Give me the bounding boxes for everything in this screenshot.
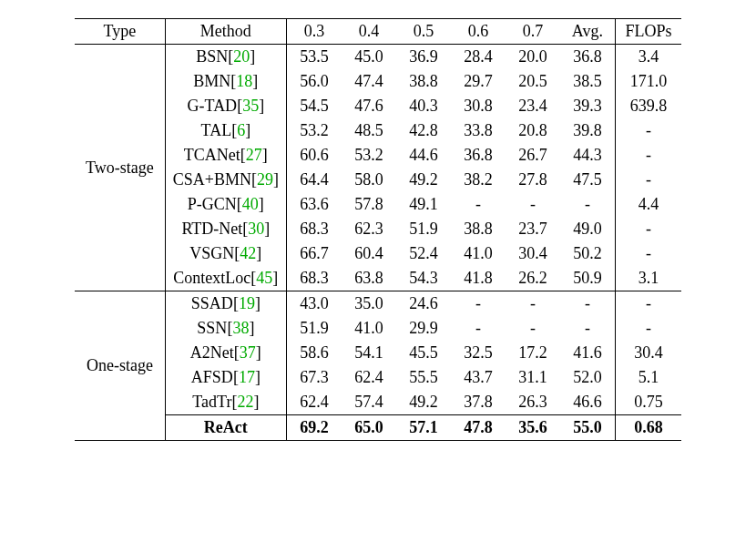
value-cell: - xyxy=(560,192,616,217)
value-cell: 63.6 xyxy=(286,192,342,217)
value-cell: 3.4 xyxy=(615,45,681,70)
citation[interactable]: 18 xyxy=(236,72,252,90)
citation[interactable]: 35 xyxy=(242,97,259,115)
value-cell: 50.2 xyxy=(560,241,616,266)
citation[interactable]: 42 xyxy=(240,244,256,262)
method-cell: SSAD[19] xyxy=(165,291,286,317)
value-cell: 26.2 xyxy=(506,266,560,291)
col-0-5: 0.5 xyxy=(396,19,451,45)
value-cell: 42.8 xyxy=(396,118,451,143)
citation[interactable]: 37 xyxy=(240,343,256,362)
value-cell: 57.4 xyxy=(342,390,396,415)
value-cell: - xyxy=(451,192,506,217)
citation[interactable]: 29 xyxy=(257,170,273,189)
method-name: P-GCN xyxy=(188,195,237,213)
value-cell: 27.8 xyxy=(506,168,560,192)
value-cell: 49.2 xyxy=(396,168,451,192)
method-cell: VSGN[42] xyxy=(165,241,286,266)
value-cell: 49.2 xyxy=(396,390,451,415)
value-cell: 38.5 xyxy=(560,69,616,94)
method-name: TAL xyxy=(201,121,232,139)
value-cell: 67.3 xyxy=(286,365,342,390)
value-cell: 31.1 xyxy=(506,365,560,390)
value-cell: 40.3 xyxy=(396,94,451,118)
method-name: BMN xyxy=(193,72,230,90)
citation[interactable]: 45 xyxy=(256,269,272,287)
group-one-stage: One-stageSSAD[19]43.035.024.6----SSN[38]… xyxy=(75,291,681,441)
method-cell: G-TAD[35] xyxy=(165,94,286,118)
value-cell: - xyxy=(615,118,681,143)
table-row: Two-stageBSN[20]53.545.036.928.420.036.8… xyxy=(75,45,681,70)
value-cell: 26.7 xyxy=(506,143,560,168)
group-two-stage: Two-stageBSN[20]53.545.036.928.420.036.8… xyxy=(75,45,681,291)
citation[interactable]: 38 xyxy=(232,319,249,337)
table-row: TadTr[22]62.457.449.237.826.346.60.75 xyxy=(75,390,681,415)
table-row: A2Net[37]58.654.145.532.517.241.630.4 xyxy=(75,341,681,365)
value-cell: 54.1 xyxy=(342,341,396,365)
value-cell: 44.3 xyxy=(560,143,616,168)
value-cell: 51.9 xyxy=(396,217,451,241)
value-cell: 23.4 xyxy=(506,94,560,118)
method-cell: RTD-Net[30] xyxy=(165,217,286,241)
table-row: BMN[18]56.047.438.829.720.538.5171.0 xyxy=(75,69,681,94)
value-cell: 63.8 xyxy=(342,266,396,291)
value-cell: 0.75 xyxy=(615,390,681,415)
col-0-3: 0.3 xyxy=(286,19,342,45)
value-cell: 68.3 xyxy=(286,217,342,241)
value-cell: 30.8 xyxy=(451,94,506,118)
value-cell: 43.0 xyxy=(286,291,342,317)
citation[interactable]: 22 xyxy=(237,393,253,411)
value-cell: 30.4 xyxy=(615,341,681,365)
value-cell: 639.8 xyxy=(615,94,681,118)
table-row: SSN[38]51.941.029.9---- xyxy=(75,316,681,341)
value-cell: 62.4 xyxy=(342,365,396,390)
value-cell: 52.0 xyxy=(560,365,616,390)
value-cell: 33.8 xyxy=(451,118,506,143)
method-cell: TadTr[22] xyxy=(165,390,286,415)
method-name: TadTr xyxy=(192,393,231,411)
method-cell: TCANet[27] xyxy=(165,143,286,168)
col-type: Type xyxy=(75,19,165,45)
value-cell: 36.9 xyxy=(396,45,451,70)
value-cell: - xyxy=(615,291,681,317)
value-cell: 50.9 xyxy=(560,266,616,291)
col-method: Method xyxy=(165,19,286,45)
citation[interactable]: 17 xyxy=(239,368,255,386)
method-cell: BMN[18] xyxy=(165,69,286,94)
method-cell: BSN[20] xyxy=(165,45,286,70)
value-cell: 60.6 xyxy=(286,143,342,168)
value-cell: 66.7 xyxy=(286,241,342,266)
results-table: Type Method 0.3 0.4 0.5 0.6 0.7 Avg. FLO… xyxy=(75,18,681,441)
value-cell: 45.5 xyxy=(396,341,451,365)
table-row: One-stageSSAD[19]43.035.024.6---- xyxy=(75,291,681,317)
value-cell: 38.8 xyxy=(451,217,506,241)
col-0-7: 0.7 xyxy=(506,19,560,45)
table-row: AFSD[17]67.362.455.543.731.152.05.1 xyxy=(75,365,681,390)
citation[interactable]: 20 xyxy=(233,47,250,66)
col-0-6: 0.6 xyxy=(451,19,506,45)
citation[interactable]: 30 xyxy=(248,220,264,238)
citation[interactable]: 6 xyxy=(237,121,245,139)
value-cell: - xyxy=(615,316,681,341)
value-cell: 20.8 xyxy=(506,118,560,143)
method-name: A2Net xyxy=(190,343,234,362)
method-name: RTD-Net xyxy=(181,220,242,238)
value-cell: 29.9 xyxy=(396,316,451,341)
value-cell: 52.4 xyxy=(396,241,451,266)
method-cell: TAL[6] xyxy=(165,118,286,143)
method-cell: A2Net[37] xyxy=(165,341,286,365)
value-cell: 57.1 xyxy=(396,415,451,441)
value-cell: 46.6 xyxy=(560,390,616,415)
value-cell: 55.0 xyxy=(560,415,616,441)
citation[interactable]: 27 xyxy=(246,146,262,164)
value-cell: 20.5 xyxy=(506,69,560,94)
value-cell: 20.0 xyxy=(506,45,560,70)
citation[interactable]: 40 xyxy=(242,195,259,213)
value-cell: 62.4 xyxy=(286,390,342,415)
value-cell: - xyxy=(506,316,560,341)
value-cell: 41.8 xyxy=(451,266,506,291)
value-cell: 38.8 xyxy=(396,69,451,94)
value-cell: 4.4 xyxy=(615,192,681,217)
value-cell: 56.0 xyxy=(286,69,342,94)
citation[interactable]: 19 xyxy=(239,294,255,312)
